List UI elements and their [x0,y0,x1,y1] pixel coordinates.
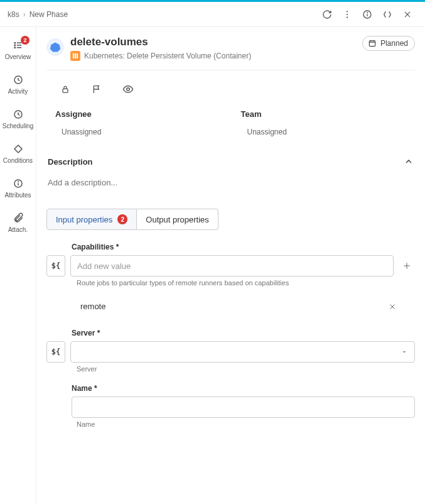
status-pill[interactable]: Planned [362,36,415,51]
info-icon [13,178,24,189]
sidebar-item-attributes[interactable]: Attributes [0,178,36,199]
kubernetes-logo [46,38,64,56]
breadcrumb-root[interactable]: k8s [8,10,19,19]
name-input[interactable] [72,397,415,418]
schedule-icon [13,109,24,120]
assignee-label: Assignee [55,109,229,119]
add-value-button[interactable] [399,258,415,274]
svg-rect-27 [63,89,68,92]
close-icon[interactable] [397,4,417,25]
svg-point-2 [347,16,348,18]
flag-icon[interactable] [87,79,107,99]
name-field: Name * Name [46,384,415,428]
name-help: Name [77,420,415,428]
capabilities-help: Route jobs to particular types of remote… [77,279,415,287]
sidebar-item-scheduling[interactable]: Scheduling [0,109,36,129]
remove-tag-button[interactable] [389,303,396,310]
sidebar-item-overview[interactable]: 2 Overview [0,40,36,60]
variable-prefix-button[interactable]: ${ [46,341,65,363]
action-icon-row [46,70,415,109]
variable-prefix-button[interactable]: ${ [46,255,65,277]
capability-tag: remote [72,295,402,317]
chevron-down-icon [401,348,408,356]
paperclip-icon [13,212,24,224]
breadcrumb: k8s › New Phase [0,2,425,27]
sidebar-item-label: Conditions [3,157,33,164]
server-select[interactable] [70,341,415,363]
page-title: delete-volumes [70,36,251,48]
assignee-value[interactable]: Unassigned [55,128,229,136]
breadcrumb-separator: › [23,10,26,19]
sidebar: 2 Overview Activity Scheduling Condition… [0,27,36,504]
svg-point-12 [14,47,16,48]
description-toggle[interactable]: Description [46,144,415,173]
close-icon [389,303,396,310]
svg-rect-23 [369,41,375,47]
sidebar-item-label: Attach. [8,226,28,233]
main-content: delete-volumes Kubernetes: Delete Persis… [36,27,425,504]
sidebar-item-activity[interactable]: Activity [0,74,36,95]
svg-point-10 [14,45,16,46]
sidebar-item-label: Activity [8,88,28,95]
tab-label: Input properties [56,215,112,224]
description-input[interactable] [46,173,415,202]
tab-input-properties[interactable]: Input properties 2 [46,209,137,230]
server-field: Server * ${ Server [46,329,415,373]
overview-badge: 2 [21,36,30,45]
breadcrumb-current: New Phase [30,10,68,19]
description-label: Description [48,157,93,167]
task-header: delete-volumes Kubernetes: Delete Persis… [46,36,415,70]
svg-point-0 [347,11,348,12]
team-value[interactable]: Unassigned [241,128,414,136]
capabilities-label: Capabilities * [72,243,415,251]
status-label: Planned [380,39,408,48]
server-help: Server [77,365,415,373]
calendar-icon [368,39,377,48]
team-label: Team [241,109,414,119]
svg-point-18 [18,182,18,182]
svg-rect-20 [73,53,74,58]
svg-rect-21 [75,53,76,58]
server-label: Server * [72,329,415,337]
sidebar-item-attachments[interactable]: Attach. [0,212,36,233]
task-type-label: Kubernetes: Delete Persistent Volume (Co… [84,52,251,60]
svg-marker-19 [50,43,61,52]
name-label: Name * [72,384,415,393]
svg-point-28 [127,88,130,91]
svg-point-5 [367,13,368,13]
svg-point-1 [347,13,348,14]
plus-icon [402,261,412,271]
svg-rect-22 [77,53,78,58]
eye-icon[interactable] [118,79,138,99]
info-icon[interactable] [357,4,377,25]
capabilities-input[interactable] [70,255,394,277]
capability-value: remote [80,302,105,311]
input-properties-panel: Capabilities * ${ Route jobs to particul… [46,230,415,446]
clock-icon [13,74,24,85]
sidebar-item-label: Attributes [4,192,31,199]
refresh-icon[interactable] [317,4,337,25]
sidebar-item-conditions[interactable]: Conditions [0,143,36,164]
sidebar-item-label: Overview [5,53,31,60]
capabilities-field: Capabilities * ${ Route jobs to particul… [46,243,415,317]
svg-point-8 [14,43,16,44]
properties-tabs: Input properties 2 Output properties [46,209,415,230]
lock-icon[interactable] [55,79,75,99]
tab-output-properties[interactable]: Output properties [137,209,218,230]
chevron-up-icon [404,156,414,167]
expand-icon[interactable] [377,4,397,25]
tab-label: Output properties [146,215,208,224]
more-menu-icon[interactable] [337,4,357,25]
sidebar-item-label: Scheduling [3,123,33,129]
diamond-icon [13,143,24,155]
tab-badge: 2 [117,214,127,224]
plugin-icon [70,51,80,61]
